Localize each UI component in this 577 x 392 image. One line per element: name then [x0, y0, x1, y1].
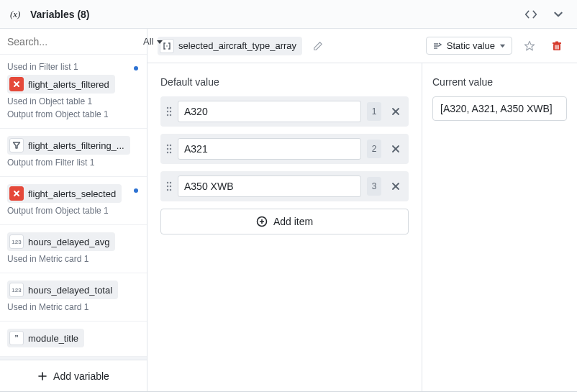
- remove-item-button[interactable]: [387, 178, 404, 195]
- svg-point-34: [167, 152, 168, 153]
- variable-chip: 123hours_delayed_avg: [7, 232, 115, 251]
- variable-item[interactable]: ”module_title: [0, 322, 147, 357]
- detail-panel: selected_aircraft_type_array Static valu…: [147, 29, 577, 391]
- current-value-display: [A320, A321, A350 XWB]: [432, 96, 567, 121]
- svg-point-40: [167, 186, 168, 187]
- selected-variable-name: selected_aircraft_type_array: [178, 40, 296, 51]
- red-x-icon: [9, 77, 24, 91]
- current-value-label: Current value: [432, 76, 567, 88]
- svg-point-42: [167, 189, 168, 191]
- svg-point-31: [170, 145, 171, 146]
- svg-point-22: [167, 107, 168, 109]
- svg-marker-15: [524, 41, 534, 50]
- selected-variable-chip: selected_aircraft_type_array: [158, 37, 302, 55]
- variable-chip: ”module_title: [7, 329, 84, 347]
- svg-rect-20: [556, 45, 557, 49]
- collapse-icon[interactable]: [548, 4, 568, 24]
- variable-item[interactable]: 123hours_delayed_avgUsed in Metric card …: [0, 225, 147, 273]
- array-item-row: 3: [160, 171, 409, 201]
- red-x-icon: [9, 186, 24, 201]
- svg-point-30: [167, 145, 168, 146]
- variables-sidebar: All Used in Filter list 1flight_alerts_f…: [0, 29, 147, 391]
- unsaved-dot-icon: [134, 66, 138, 70]
- array-item-input[interactable]: [178, 176, 361, 197]
- unsaved-dot-icon: [134, 188, 138, 193]
- detail-header: selected_aircraft_type_array Static valu…: [147, 29, 577, 63]
- variable-meta: Output from Object table 1: [7, 204, 140, 217]
- svg-rect-21: [558, 45, 559, 49]
- variable-meta: Output from Filter list 1: [7, 156, 140, 169]
- funnel-icon: [9, 138, 24, 152]
- array-item-input[interactable]: [178, 101, 361, 122]
- delete-button[interactable]: [547, 36, 567, 56]
- svg-point-33: [170, 148, 171, 150]
- variable-name: hours_delayed_avg: [28, 237, 109, 247]
- variable-meta: Used in Object table 1: [7, 95, 140, 108]
- variable-item[interactable]: Used in Filter list 1flight_alerts_filte…: [0, 55, 147, 129]
- variable-name: flight_alerts_filtered: [28, 79, 109, 90]
- svg-point-32: [167, 148, 168, 150]
- svg-point-39: [170, 182, 171, 183]
- variable-meta: Used in Metric card 1: [7, 301, 140, 314]
- variable-list: Used in Filter list 1flight_alerts_filte…: [0, 55, 147, 360]
- svg-point-24: [167, 111, 168, 112]
- add-variable-label: Add variable: [53, 370, 109, 382]
- variable-meta: Used in Filter list 1: [7, 60, 140, 73]
- add-item-button[interactable]: Add item: [160, 209, 409, 234]
- code-icon[interactable]: [521, 4, 541, 24]
- quote-icon: ”: [9, 331, 24, 345]
- drag-handle-icon[interactable]: [166, 106, 172, 117]
- num-icon: 123: [9, 283, 24, 297]
- variable-chip: flight_alerts_filtering_...: [7, 136, 130, 155]
- remove-item-button[interactable]: [387, 103, 404, 120]
- array-item-index: 2: [367, 140, 381, 158]
- variable-name: hours_delayed_total: [28, 285, 112, 296]
- variable-name: module_title: [28, 333, 78, 344]
- favorite-button[interactable]: [519, 36, 540, 56]
- array-item-index: 1: [367, 102, 381, 121]
- add-variable-button[interactable]: Add variable: [0, 360, 147, 391]
- variable-item[interactable]: flight_alerts_selectedOutput from Object…: [0, 177, 147, 225]
- search-row: All: [0, 29, 147, 55]
- add-item-label: Add item: [273, 216, 313, 227]
- type-filter-label: All: [143, 36, 153, 47]
- variables-icon: (x): [10, 8, 23, 21]
- type-filter-select[interactable]: All: [139, 35, 168, 48]
- current-value-section: Current value [A320, A321, A350 XWB]: [422, 63, 577, 391]
- variable-meta: Output from Object table 1: [7, 108, 140, 121]
- value-mode-select[interactable]: Static value: [426, 37, 512, 55]
- svg-point-26: [167, 114, 168, 116]
- panel-header: (x) Variables (8): [0, 0, 577, 29]
- svg-point-43: [170, 189, 171, 191]
- value-mode-label: Static value: [447, 40, 495, 51]
- svg-point-23: [170, 107, 171, 109]
- svg-point-35: [170, 152, 171, 153]
- variable-item[interactable]: 123hours_delayed_totalUsed in Metric car…: [0, 273, 147, 322]
- array-item-row: 1: [160, 96, 409, 127]
- array-item-input[interactable]: [178, 138, 361, 160]
- svg-point-27: [170, 114, 171, 116]
- drag-handle-icon[interactable]: [166, 181, 172, 191]
- svg-rect-18: [555, 41, 558, 42]
- variable-name: flight_alerts_filtering_...: [28, 140, 124, 151]
- svg-rect-19: [555, 45, 555, 49]
- num-icon: 123: [9, 234, 24, 249]
- svg-text:(x): (x): [10, 9, 20, 19]
- panel-title: Variables (8): [30, 9, 90, 20]
- remove-item-button[interactable]: [387, 140, 404, 158]
- variable-chip: flight_alerts_selected: [7, 184, 122, 203]
- variable-item[interactable]: flight_alerts_filtering_...Output from F…: [0, 129, 147, 177]
- default-value-label: Default value: [160, 76, 409, 88]
- svg-marker-1: [157, 40, 163, 44]
- svg-marker-14: [500, 45, 505, 47]
- variable-name: flight_alerts_selected: [28, 188, 116, 199]
- variable-item[interactable]: selected_aircraft_type...: [0, 357, 147, 360]
- svg-marker-4: [14, 142, 20, 148]
- edit-name-button[interactable]: [309, 37, 327, 55]
- search-input[interactable]: [7, 36, 133, 47]
- svg-point-25: [170, 111, 171, 112]
- drag-handle-icon[interactable]: [166, 144, 172, 154]
- array-item-index: 3: [367, 177, 381, 196]
- svg-point-38: [167, 182, 168, 183]
- array-item-row: 2: [160, 134, 409, 164]
